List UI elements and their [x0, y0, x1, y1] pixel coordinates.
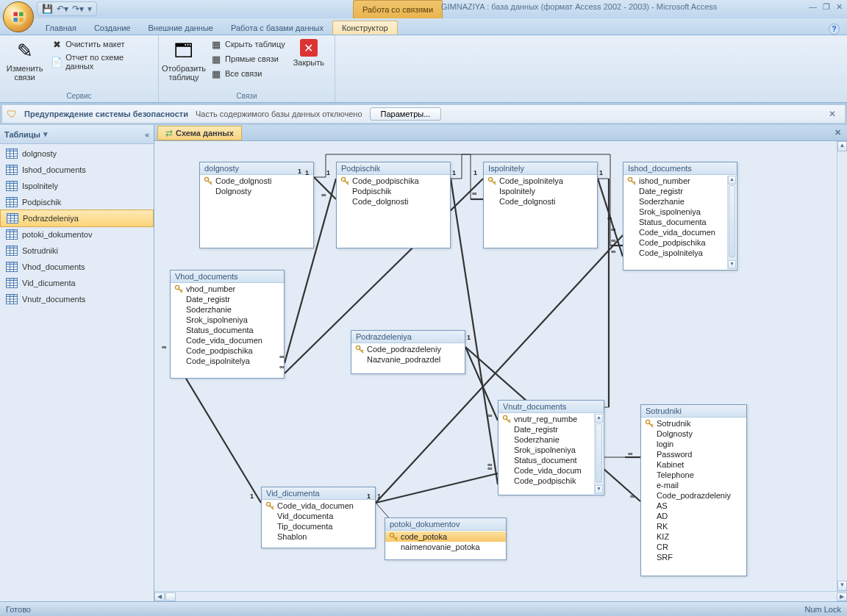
field-Code_podrazdeleniy[interactable]: Code_podrazdeleniy — [351, 344, 465, 354]
scroll-thumb[interactable] — [729, 185, 735, 257]
save-icon[interactable]: 💾 — [42, 4, 53, 14]
field-vnutr_reg_numbe[interactable]: vnutr_reg_numbe — [498, 414, 604, 424]
table-window-potoki_dokumentov[interactable]: potoki_dokumentovcode_potokanaimenovanie… — [385, 517, 507, 560]
field-Code_vida_docum[interactable]: Code_vida_docum — [498, 465, 604, 476]
field-naimenovanie_potoka[interactable]: naimenovanie_potoka — [385, 542, 506, 552]
hide-table-button[interactable]: ▦Скрыть таблицу — [209, 37, 287, 51]
canvas-tab-active[interactable]: ⇄ Схема данных — [157, 126, 242, 140]
nav-item-Podpischik[interactable]: Podpischik — [0, 194, 154, 210]
table-title[interactable]: Sotrudniki — [641, 405, 746, 418]
tab-create[interactable]: Создание — [85, 21, 140, 35]
maximize-button[interactable]: ❐ — [823, 2, 830, 12]
security-options-button[interactable]: Параметры... — [370, 107, 442, 121]
show-table-button[interactable]: 🗔 Отобразить таблицу — [163, 37, 204, 83]
field-Code_podpischika[interactable]: Code_podpischika — [623, 237, 737, 248]
undo-icon[interactable]: ↶▾ — [57, 4, 68, 14]
field-Password[interactable]: Password — [641, 449, 746, 459]
table-window-Vhod_documents[interactable]: Vhod_documentsvhod_numberDate_registrSod… — [170, 270, 285, 379]
field-Tip_documenta[interactable]: Tip_documenta — [262, 521, 375, 531]
field-Code_vida_documen[interactable]: Code_vida_documen — [262, 501, 375, 511]
table-title[interactable]: Ishod_documents — [623, 162, 737, 175]
scroll-up-icon[interactable]: ▲ — [728, 176, 736, 185]
table-scrollbar[interactable]: ▲▼ — [594, 414, 603, 494]
minimize-button[interactable]: — — [809, 2, 817, 12]
field-Code_podrazdeleniy[interactable]: Code_podrazdeleniy — [641, 490, 746, 501]
scroll-up-icon[interactable]: ▲ — [595, 414, 603, 423]
field-Vid_documenta[interactable]: Vid_documenta — [262, 511, 375, 521]
field-Soderzhanie[interactable]: Soderzhanie — [623, 196, 737, 207]
nav-item-Vid_dicumenta[interactable]: Vid_dicumenta — [0, 275, 154, 291]
field-Ispolnitely[interactable]: Ispolnitely — [484, 186, 597, 196]
qat-dropdown-icon[interactable]: ▾ — [87, 4, 92, 14]
nav-item-dolgnosty[interactable]: dolgnosty — [0, 146, 154, 162]
field-Code_podpischika[interactable]: Code_podpischika — [171, 345, 284, 356]
field-Code_dolgnosti[interactable]: Code_dolgnosti — [200, 176, 313, 186]
field-code_potoka[interactable]: code_potoka — [385, 531, 506, 542]
field-Code_vida_documen[interactable]: Code_vida_documen — [171, 335, 284, 345]
view-icon[interactable] — [165, 592, 176, 601]
nav-item-Sotrudniki[interactable]: Sotrudniki — [0, 243, 154, 259]
field-CR[interactable]: CR — [641, 542, 746, 552]
field-Code_dolgnosti[interactable]: Code_dolgnosti — [337, 196, 450, 207]
field-Code_ispolnitelya[interactable]: Code_ispolnitelya — [171, 356, 284, 366]
clear-layout-button[interactable]: ✖Очистить макет — [49, 37, 154, 51]
field-SRF[interactable]: SRF — [641, 552, 746, 562]
table-window-dolgnosty[interactable]: dolgnostyCode_dolgnostiDolgnosty — [199, 162, 314, 248]
field-Telephone[interactable]: Telephone — [641, 470, 746, 480]
table-title[interactable]: Podpischik — [337, 162, 450, 175]
field-Srok_ispolneniya[interactable]: Srok_ispolneniya — [171, 315, 284, 325]
table-window-Vnutr_documents[interactable]: Vnutr_documentsvnutr_reg_numbeDate_regis… — [498, 400, 604, 495]
nav-item-Ishod_documents[interactable]: Ishod_documents — [0, 162, 154, 178]
field-Soderzhanie[interactable]: Soderzhanie — [498, 434, 604, 445]
field-Code_ispolnitelya[interactable]: Code_ispolnitelya — [623, 248, 737, 258]
table-title[interactable]: Vnutr_documents — [498, 401, 604, 413]
field-Status_document[interactable]: Status_document — [498, 455, 604, 465]
scroll-up-icon[interactable]: ▲ — [837, 141, 847, 151]
field-Nazvanie_podrazdel[interactable]: Nazvanie_podrazdel — [351, 354, 465, 365]
field-Code_ispolnitelya[interactable]: Code_ispolnitelya — [484, 176, 597, 186]
scroll-right-icon[interactable]: ▶ — [837, 592, 847, 601]
office-button[interactable] — [3, 1, 34, 32]
scroll-thumb[interactable] — [596, 423, 602, 482]
close-button[interactable]: ✕ — [836, 2, 843, 12]
nav-item-potoki_dokumentov[interactable]: potoki_dokumentov — [0, 226, 154, 243]
table-window-Vid_dicumenta[interactable]: Vid_dicumentaCode_vida_documenVid_docume… — [261, 487, 376, 548]
field-Srok_ispolneniya[interactable]: Srok_ispolneniya — [623, 207, 737, 217]
field-Date_registr[interactable]: Date_registr — [171, 294, 284, 304]
table-window-Podrazdeleniya[interactable]: PodrazdeleniyaCode_podrazdeleniyNazvanie… — [351, 330, 465, 374]
nav-item-Vhod_documents[interactable]: Vhod_documents — [0, 259, 154, 275]
help-icon[interactable]: ? — [829, 24, 840, 35]
field-Date_registr[interactable]: Date_registr — [498, 424, 604, 434]
table-window-Ishod_documents[interactable]: Ishod_documentsishod_numberDate_registrS… — [623, 162, 737, 271]
nav-item-Podrazdeleniya[interactable]: Podrazdeleniya — [0, 209, 154, 227]
edit-relationships-button[interactable]: ✎ Изменить связи — [4, 37, 45, 83]
security-close-icon[interactable]: ✕ — [824, 109, 840, 119]
field-Podpischik[interactable]: Podpischik — [337, 186, 450, 196]
field-Sotrudnik[interactable]: Sotrudnik — [641, 418, 746, 429]
table-title[interactable]: Vhod_documents — [171, 271, 284, 283]
tab-external[interactable]: Внешние данные — [140, 21, 222, 35]
table-window-Ispolnitely[interactable]: IspolnitelyCode_ispolnitelyaIspolnitelyC… — [483, 162, 598, 248]
canvas-tab-close-icon[interactable]: ✕ — [829, 128, 847, 137]
redo-icon[interactable]: ↷▾ — [72, 4, 84, 14]
field-Status_documenta[interactable]: Status_documenta — [171, 325, 284, 335]
nav-item-Vnutr_documents[interactable]: Vnutr_documents — [0, 291, 154, 307]
field-Code_podpischika[interactable]: Code_podpischika — [337, 176, 450, 186]
vertical-scrollbar[interactable]: ▲ ▼ — [837, 141, 847, 591]
table-window-Podpischik[interactable]: PodpischikCode_podpischikaPodpischikCode… — [336, 162, 451, 248]
nav-collapse-icon[interactable]: « — [145, 130, 149, 139]
table-title[interactable]: dolgnosty — [200, 162, 313, 175]
field-vhod_number[interactable]: vhod_number — [171, 284, 284, 294]
table-title[interactable]: Vid_dicumenta — [262, 487, 375, 500]
table-scrollbar[interactable]: ▲▼ — [727, 176, 736, 269]
field-ishod_number[interactable]: ishod_number — [623, 176, 737, 186]
direct-relations-button[interactable]: ▦Прямые связи — [209, 52, 287, 65]
horizontal-scrollbar[interactable]: ◀ ▶ — [154, 591, 847, 601]
relationships-canvas[interactable]: dolgnostyCode_dolgnostiDolgnostyPodpisch… — [154, 141, 847, 591]
field-KIZ[interactable]: KIZ — [641, 531, 746, 542]
field-Dolgnosty[interactable]: Dolgnosty — [641, 429, 746, 439]
nav-header[interactable]: Таблицы ▾ « — [0, 125, 154, 144]
field-Kabinet[interactable]: Kabinet — [641, 459, 746, 470]
all-relations-button[interactable]: ▦Все связи — [209, 67, 287, 80]
field-Code_vida_documen[interactable]: Code_vida_documen — [623, 227, 737, 237]
